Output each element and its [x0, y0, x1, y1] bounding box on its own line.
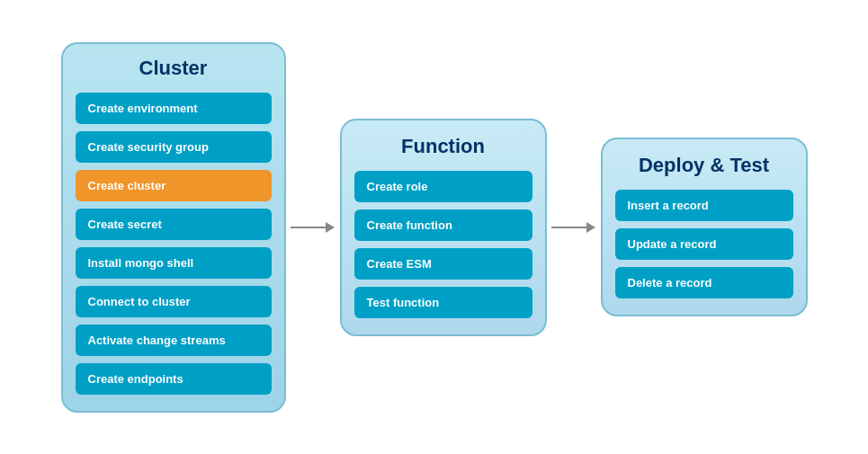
deploy-item-1[interactable]: Update a record: [615, 228, 793, 260]
deploy-title: Deploy & Test: [639, 154, 769, 177]
deploy-panel: Deploy & Test Insert a recordUpdate a re…: [601, 138, 808, 316]
deploy-item-2[interactable]: Delete a record: [615, 267, 793, 298]
cluster-item-6[interactable]: Activate change streams: [76, 325, 272, 356]
function-items: Create roleCreate functionCreate ESMTest…: [354, 171, 532, 318]
arrow-2: [547, 222, 601, 233]
arrow-2-line: [551, 227, 587, 228]
diagram-container: Cluster Create environmentCreate securit…: [34, 24, 835, 431]
function-item-0[interactable]: Create role: [354, 171, 532, 202]
cluster-item-0[interactable]: Create environment: [76, 93, 272, 124]
deploy-item-0[interactable]: Insert a record: [615, 190, 793, 221]
cluster-item-5[interactable]: Connect to cluster: [76, 286, 272, 317]
function-item-2[interactable]: Create ESM: [354, 248, 532, 280]
cluster-items: Create environmentCreate security groupC…: [76, 93, 272, 395]
arrow-2-graphic: [551, 222, 595, 233]
arrow-1-line: [291, 227, 327, 228]
deploy-items: Insert a recordUpdate a recordDelete a r…: [615, 190, 793, 298]
function-item-1[interactable]: Create function: [354, 209, 532, 241]
cluster-item-2[interactable]: Create cluster: [76, 170, 272, 201]
function-panel: Function Create roleCreate functionCreat…: [340, 119, 547, 336]
function-item-3[interactable]: Test function: [354, 287, 532, 318]
cluster-item-7[interactable]: Create endpoints: [76, 363, 272, 395]
cluster-item-1[interactable]: Create security group: [76, 131, 272, 163]
cluster-item-3[interactable]: Create secret: [76, 209, 272, 240]
arrow-1: [286, 222, 340, 233]
arrow-2-head: [586, 222, 595, 233]
arrow-1-graphic: [291, 222, 335, 233]
function-title: Function: [401, 135, 485, 158]
cluster-item-4[interactable]: Install mongo shell: [76, 247, 272, 279]
arrow-1-head: [326, 222, 335, 233]
cluster-title: Cluster: [139, 57, 208, 80]
cluster-panel: Cluster Create environmentCreate securit…: [61, 42, 286, 413]
